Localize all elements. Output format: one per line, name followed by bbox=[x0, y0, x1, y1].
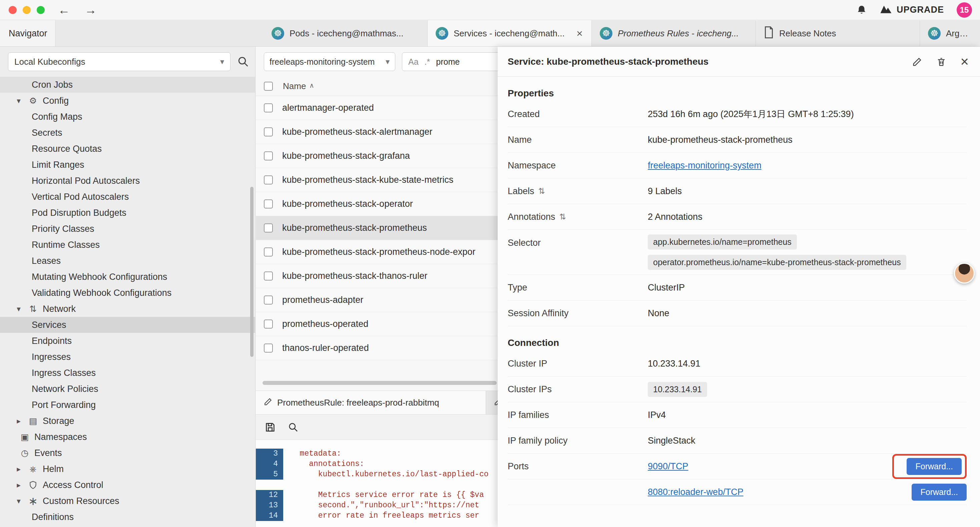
dock-tab-label: PrometheusRule: freeleaps-prod-rabbitmq bbox=[277, 398, 478, 408]
sidebar-item-config-maps[interactable]: Config Maps bbox=[0, 109, 255, 125]
row-checkbox[interactable] bbox=[264, 320, 273, 328]
sidebar-item-cron-jobs[interactable]: Cron Jobs bbox=[0, 77, 255, 93]
namespace-selector[interactable]: freeleaps-monitoring-system ▾ bbox=[264, 53, 395, 71]
match-case-toggle[interactable]: Aa bbox=[408, 57, 418, 67]
kubernetes-cluster-icon: ☸ bbox=[272, 27, 284, 40]
close-window-button[interactable] bbox=[9, 6, 17, 14]
kubeconfig-selector[interactable]: Local Kubeconfigs ▾ bbox=[8, 53, 231, 71]
sort-arrows-icon[interactable]: ⇅ bbox=[538, 186, 545, 196]
sidebar-item-namespaces[interactable]: ▣ Namespaces bbox=[0, 429, 255, 445]
sidebar-item-ingresses[interactable]: Ingresses bbox=[0, 349, 255, 365]
maximize-window-button[interactable] bbox=[37, 6, 45, 14]
search-icon[interactable] bbox=[288, 422, 299, 433]
row-checkbox[interactable] bbox=[264, 151, 273, 161]
user-avatar[interactable] bbox=[954, 263, 975, 283]
close-icon[interactable]: × bbox=[960, 55, 969, 69]
tab-pods[interactable]: ☸ Pods - icecheng@mathmas... bbox=[264, 20, 428, 46]
property-value: None bbox=[648, 308, 670, 318]
row-checkbox[interactable] bbox=[264, 223, 273, 232]
sidebar-group-label: Network bbox=[43, 304, 76, 314]
sidebar-item-vertical-pod-autoscalers[interactable]: Vertical Pod Autoscalers bbox=[0, 189, 255, 205]
regex-toggle[interactable]: .* bbox=[425, 57, 430, 67]
property-row-type: Type ClusterIP bbox=[508, 275, 967, 301]
dock-tab-prometheusrule[interactable]: PrometheusRule: freeleaps-prod-rabbitmq bbox=[256, 391, 486, 414]
sidebar-item-definitions[interactable]: Definitions bbox=[0, 509, 255, 525]
sidebar-group-storage[interactable]: ▸ ▤ Storage bbox=[0, 413, 255, 429]
select-all-checkbox[interactable] bbox=[264, 82, 273, 91]
port-link[interactable]: 9090/TCP bbox=[648, 461, 689, 471]
row-checkbox[interactable] bbox=[264, 296, 273, 304]
sidebar-item-pod-disruption-budgets[interactable]: Pod Disruption Budgets bbox=[0, 205, 255, 221]
sidebar-item-horizontal-pod-autoscalers[interactable]: Horizontal Pod Autoscalers bbox=[0, 173, 255, 189]
sidebar-group-config[interactable]: ▾ ⚙ Config bbox=[0, 93, 255, 109]
sidebar-group-helm[interactable]: ▸ ⎈ Helm bbox=[0, 461, 255, 477]
network-arrows-icon: ⇅ bbox=[28, 304, 38, 314]
search-input[interactable]: Aa .* prome bbox=[402, 53, 512, 71]
row-checkbox[interactable] bbox=[264, 175, 273, 185]
forward-button[interactable]: → bbox=[85, 3, 97, 17]
port-link[interactable]: 8080:reloader-web/TCP bbox=[648, 487, 743, 497]
upgrade-button[interactable]: UPGRADE bbox=[880, 4, 944, 16]
sidebar-item-ingress-classes[interactable]: Ingress Classes bbox=[0, 365, 255, 381]
sidebar-item-label: Ingress Classes bbox=[32, 368, 96, 378]
sidebar-item-validating-webhook-configurations[interactable]: Validating Webhook Configurations bbox=[0, 285, 255, 301]
kubernetes-cluster-icon: ☸ bbox=[436, 27, 448, 40]
navigator-sidebar: Local Kubeconfigs ▾ Cron Jobs ▾ ⚙ Config… bbox=[0, 47, 256, 527]
sidebar-item-events[interactable]: ◷ Events bbox=[0, 445, 255, 461]
row-checkbox[interactable] bbox=[264, 272, 273, 280]
sidebar-scrollbar[interactable] bbox=[250, 187, 253, 357]
minimize-window-button[interactable] bbox=[23, 6, 31, 14]
row-checkbox[interactable] bbox=[264, 127, 273, 137]
tab-label: Pods - icecheng@mathmas... bbox=[290, 29, 419, 39]
sidebar-item-label: Ingresses bbox=[32, 352, 71, 362]
sidebar-group-access-control[interactable]: ▸ Access Control bbox=[0, 477, 255, 493]
horizontal-scrollbar[interactable] bbox=[262, 381, 497, 385]
sidebar-item-limit-ranges[interactable]: Limit Ranges bbox=[0, 157, 255, 173]
sidebar-item-runtime-classes[interactable]: Runtime Classes bbox=[0, 237, 255, 253]
port-forward-button[interactable]: Forward... bbox=[912, 484, 967, 501]
namespace-link[interactable]: freeleaps-monitoring-system bbox=[648, 161, 762, 171]
port-forward-button[interactable]: Forward... bbox=[907, 458, 962, 475]
sidebar-item-resource-quotas[interactable]: Resource Quotas bbox=[0, 141, 255, 157]
sidebar-group-network[interactable]: ▾ ⇅ Network bbox=[0, 301, 255, 317]
sort-arrows-icon[interactable]: ⇅ bbox=[559, 212, 566, 221]
sidebar-group-custom-resources[interactable]: ▾ ∗ Custom Resources bbox=[0, 493, 255, 509]
property-value: 253d 16h 6m ago (2025年1月13日 GMT+8 1:25:3… bbox=[648, 108, 854, 120]
delete-trash-icon[interactable] bbox=[936, 57, 946, 67]
sidebar-item-mutating-webhook-configurations[interactable]: Mutating Webhook Configurations bbox=[0, 269, 255, 285]
edit-pencil-icon[interactable] bbox=[912, 57, 922, 67]
row-checkbox[interactable] bbox=[264, 103, 273, 112]
sidebar-item-network-policies[interactable]: Network Policies bbox=[0, 381, 255, 397]
sidebar-item-leases[interactable]: Leases bbox=[0, 253, 255, 269]
property-row-selector: Selector app.kubernetes.io/name=promethe… bbox=[508, 230, 967, 275]
search-icon[interactable] bbox=[237, 56, 249, 68]
back-button[interactable]: ← bbox=[58, 3, 70, 17]
tab-prometheus-rules[interactable]: ☸ Prometheus Rules - icecheng... bbox=[592, 20, 756, 46]
service-name: prometheus-operated bbox=[282, 319, 368, 329]
row-checkbox[interactable] bbox=[264, 344, 273, 353]
row-checkbox[interactable] bbox=[264, 247, 273, 256]
kubeconfig-selector-value: Local Kubeconfigs bbox=[14, 57, 85, 67]
sidebar-item-priority-classes[interactable]: Priority Classes bbox=[0, 221, 255, 237]
name-column-header[interactable]: Name bbox=[283, 81, 306, 91]
service-name: kube-prometheus-stack-operator bbox=[282, 199, 413, 209]
sort-ascending-icon[interactable]: ∧ bbox=[309, 81, 314, 89]
sidebar-item-endpoints[interactable]: Endpoints bbox=[0, 333, 255, 349]
notification-count-badge[interactable]: 15 bbox=[957, 2, 972, 18]
cluster-ip-badge: 10.233.14.91 bbox=[648, 382, 707, 397]
property-value: 9 Labels bbox=[648, 186, 682, 196]
tab-argo[interactable]: ☸ Argo Se bbox=[920, 20, 980, 46]
property-label: Labels bbox=[508, 186, 535, 196]
service-name: kube-prometheus-stack-thanos-ruler bbox=[282, 271, 427, 281]
tab-release-notes[interactable]: Release Notes bbox=[756, 20, 920, 46]
upgrade-mountain-icon bbox=[880, 4, 892, 16]
notifications-bell-icon[interactable] bbox=[856, 4, 867, 16]
sidebar-item-port-forwarding[interactable]: Port Forwarding bbox=[0, 397, 255, 413]
tab-services[interactable]: ☸ Services - icecheng@math... × bbox=[428, 20, 592, 46]
sidebar-item-services[interactable]: Services bbox=[0, 317, 255, 333]
row-checkbox[interactable] bbox=[264, 199, 273, 209]
drawer-header: Service: kube-prometheus-stack-prometheu… bbox=[498, 47, 980, 77]
save-icon[interactable] bbox=[264, 422, 276, 433]
sidebar-item-secrets[interactable]: Secrets bbox=[0, 125, 255, 141]
tab-close-icon[interactable]: × bbox=[576, 27, 584, 40]
